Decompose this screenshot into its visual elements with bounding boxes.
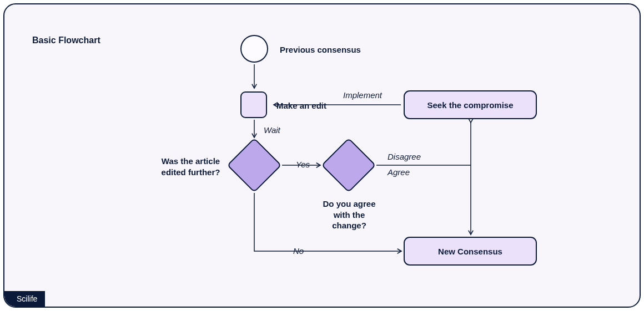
edge-label-disagree: Disagree bbox=[388, 152, 421, 161]
brand-badge: Scilife bbox=[4, 291, 45, 307]
process-compromise-label: Seek the compromise bbox=[404, 100, 536, 111]
edge-label-wait: Wait bbox=[264, 125, 280, 135]
decision-edited-icon bbox=[228, 139, 281, 192]
edge-label-yes: Yes bbox=[296, 160, 310, 169]
process-consensus-label: New Consensus bbox=[404, 246, 536, 257]
decision-agree-label: Do you agree with the change? bbox=[321, 198, 377, 231]
process-edit-label: Make an edit bbox=[276, 100, 326, 111]
decision-agree-icon bbox=[322, 139, 375, 192]
edge-label-implement: Implement bbox=[343, 90, 382, 100]
start-node-label: Previous consensus bbox=[280, 44, 361, 55]
svg-rect-1 bbox=[322, 139, 375, 192]
edge-label-no: No bbox=[293, 246, 304, 256]
decision-edited-label: Was the article edited further? bbox=[156, 156, 225, 177]
svg-rect-0 bbox=[228, 139, 281, 192]
start-node-icon bbox=[241, 35, 268, 62]
edge-label-agree: Agree bbox=[388, 167, 410, 177]
process-edit-icon bbox=[241, 92, 266, 118]
flowchart-card: Basic Flowchart bbox=[3, 3, 641, 308]
